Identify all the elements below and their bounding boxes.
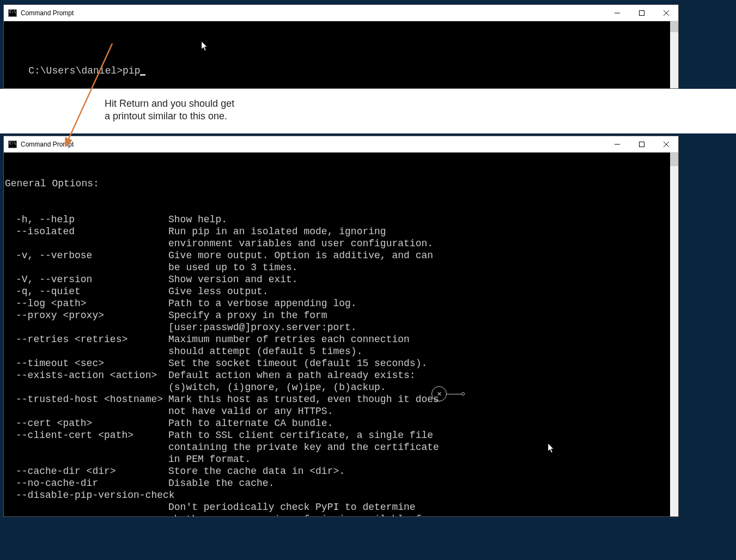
option-flag: --no-cache-dir bbox=[5, 477, 168, 489]
option-row: --disable-pip-version-check bbox=[5, 489, 677, 501]
option-row: Don't periodically check PyPI to determi… bbox=[5, 501, 677, 516]
option-desc bbox=[168, 489, 441, 501]
svg-rect-7 bbox=[639, 142, 644, 147]
section-header: General Options: bbox=[5, 178, 677, 190]
titlebar-left: C:\_ Command Prompt bbox=[8, 9, 74, 17]
minimize-icon bbox=[615, 142, 620, 147]
option-flag: --isolated bbox=[5, 226, 168, 249]
text-cursor bbox=[140, 74, 145, 76]
option-row: -v, --verboseGive more output. Option is… bbox=[5, 249, 677, 273]
option-desc: Disable the cache. bbox=[168, 477, 441, 489]
scrollbar-top[interactable] bbox=[670, 21, 678, 88]
option-flag: -V, --version bbox=[5, 273, 168, 285]
annotation-handle-icon[interactable] bbox=[461, 392, 465, 395]
maximize-icon bbox=[639, 10, 644, 16]
option-row: --client-cert <path>Path to SSL client c… bbox=[5, 429, 677, 465]
option-flag: --cert <path> bbox=[5, 417, 168, 429]
option-desc: Path to SSL client certificate, a single… bbox=[168, 429, 441, 465]
window-controls-bottom bbox=[605, 136, 678, 152]
option-row: --proxy <proxy>Specify a proxy in the fo… bbox=[5, 309, 677, 333]
option-desc: Don't periodically check PyPI to determi… bbox=[168, 501, 441, 516]
svg-rect-1 bbox=[639, 10, 644, 15]
annotation-widget[interactable]: ✕ bbox=[431, 386, 465, 401]
option-flag: -q, --quiet bbox=[5, 285, 168, 297]
option-flag bbox=[5, 501, 168, 516]
option-flag: --timeout <sec> bbox=[5, 357, 168, 369]
option-desc: Run pip in an isolated mode, ignoring en… bbox=[168, 226, 441, 249]
option-row: --exists-action <action>Default action w… bbox=[5, 369, 677, 393]
option-flag: --log <path> bbox=[5, 297, 168, 309]
minimize-icon bbox=[615, 10, 620, 16]
option-desc: Path to alternate CA bundle. bbox=[168, 417, 441, 429]
cmd-window-bottom: C:\_ Command Prompt General Options: -h,… bbox=[3, 136, 679, 517]
option-row: -h, --helpShow help. bbox=[5, 214, 677, 226]
annotation-connector bbox=[447, 394, 461, 394]
close-button[interactable] bbox=[654, 136, 678, 152]
option-flag: -v, --verbose bbox=[5, 249, 168, 273]
window-title-bottom: Command Prompt bbox=[21, 141, 74, 148]
minimize-button[interactable] bbox=[605, 136, 629, 152]
window-title: Command Prompt bbox=[21, 9, 74, 17]
option-flag: -h, --help bbox=[5, 214, 168, 226]
option-desc: Mark this host as trusted, even though i… bbox=[168, 393, 441, 417]
option-desc: Show version and exit. bbox=[168, 273, 441, 285]
option-row: -V, --versionShow version and exit. bbox=[5, 273, 677, 285]
option-flag: --retries <retries> bbox=[5, 333, 168, 357]
option-flag: --trusted-host <hostname> bbox=[5, 393, 168, 417]
option-desc: Give less output. bbox=[168, 285, 441, 297]
annotation-close-icon[interactable]: ✕ bbox=[431, 386, 447, 401]
option-desc: Show help. bbox=[168, 214, 441, 226]
scrollbar-thumb-top[interactable] bbox=[670, 21, 678, 32]
minimize-button[interactable] bbox=[605, 5, 629, 21]
option-row: --isolatedRun pip in an isolated mode, i… bbox=[5, 226, 677, 249]
titlebar-top[interactable]: C:\_ Command Prompt bbox=[4, 5, 678, 21]
maximize-button[interactable] bbox=[629, 136, 654, 152]
option-flag: --exists-action <action> bbox=[5, 369, 168, 393]
instruction-text: Hit Return and you should get a printout… bbox=[105, 98, 235, 123]
option-row: --retries <retries>Maximum number of ret… bbox=[5, 333, 677, 357]
cmd-icon: C:\_ bbox=[8, 141, 17, 148]
option-flag: --client-cert <path> bbox=[5, 429, 168, 465]
option-desc: Store the cache data in <dir>. bbox=[168, 465, 441, 477]
option-desc: Specify a proxy in the form [user:passwd… bbox=[168, 309, 441, 333]
option-flag: --cache-dir <dir> bbox=[5, 465, 168, 477]
cmd-window-top: C:\_ Command Prompt C:\Users\daniel>pip bbox=[3, 4, 679, 89]
terminal-area-top[interactable]: C:\Users\daniel>pip bbox=[4, 21, 678, 88]
option-row: --log <path>Path to a verbose appending … bbox=[5, 297, 677, 309]
option-desc: Maximum number of retries each connectio… bbox=[168, 333, 441, 357]
option-row: --no-cache-dirDisable the cache. bbox=[5, 477, 677, 489]
option-row: --cache-dir <dir>Store the cache data in… bbox=[5, 465, 677, 477]
option-row: --cert <path>Path to alternate CA bundle… bbox=[5, 417, 677, 429]
options-list: -h, --helpShow help.--isolatedRun pip in… bbox=[5, 214, 677, 516]
option-desc: Path to a verbose appending log. bbox=[168, 297, 441, 309]
option-row: -q, --quietGive less output. bbox=[5, 285, 677, 297]
option-desc: Default action when a path already exist… bbox=[168, 369, 441, 393]
maximize-icon bbox=[639, 142, 644, 147]
window-controls bbox=[605, 5, 678, 21]
option-flag: --disable-pip-version-check bbox=[5, 489, 168, 501]
scrollbar-thumb-bottom[interactable] bbox=[670, 153, 678, 166]
option-row: --trusted-host <hostname>Mark this host … bbox=[5, 393, 677, 417]
option-desc: Set the socket timeout (default 15 secon… bbox=[168, 357, 441, 369]
option-flag: --proxy <proxy> bbox=[5, 309, 168, 333]
instruction-strip: Hit Return and you should get a printout… bbox=[0, 89, 736, 133]
close-button[interactable] bbox=[654, 5, 678, 21]
option-desc: Give more output. Option is additive, an… bbox=[168, 249, 441, 273]
close-icon bbox=[664, 142, 669, 147]
option-row: --timeout <sec>Set the socket timeout (d… bbox=[5, 357, 677, 369]
titlebar-bottom[interactable]: C:\_ Command Prompt bbox=[4, 136, 678, 153]
titlebar-left-bottom: C:\_ Command Prompt bbox=[8, 141, 74, 148]
close-icon bbox=[664, 10, 669, 16]
cmd-icon: C:\_ bbox=[8, 9, 17, 17]
maximize-button[interactable] bbox=[629, 5, 654, 21]
prompt-line: C:\Users\daniel>pip bbox=[28, 65, 140, 76]
terminal-area-bottom[interactable]: General Options: -h, --helpShow help.--i… bbox=[4, 153, 678, 516]
scrollbar-bottom[interactable] bbox=[670, 153, 678, 516]
